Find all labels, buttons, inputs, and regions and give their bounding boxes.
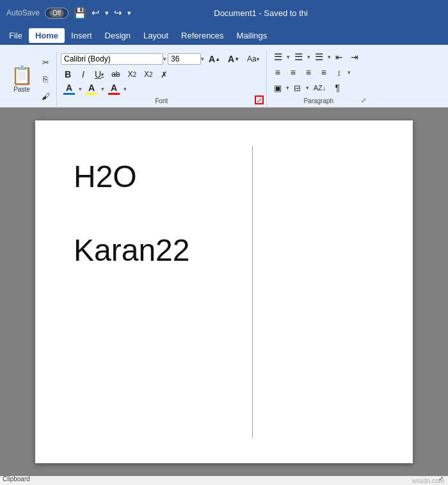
title-bar: AutoSave Off 💾 ↩ ▾ ↪ ▾ Document1 - Saved… (0, 0, 448, 26)
menu-home[interactable]: Home (29, 28, 65, 43)
paragraph-group-label: Paragraph (271, 96, 367, 104)
increase-indent-button[interactable]: ⇥ (348, 50, 362, 64)
paragraph-row1: ☰ ▾ ☰ ▾ ☰ ▾ ⇤ ⇥ (271, 50, 362, 64)
customize-icon[interactable]: ▾ (127, 9, 131, 17)
document-text-1[interactable]: H2O (74, 159, 374, 194)
sort-button[interactable]: AZ↓ (310, 81, 330, 95)
paragraph-row2: ≡ ≡ ≡ ≡ ↕ ▾ (271, 65, 351, 79)
autosave-label: AutoSave (6, 8, 40, 17)
paragraph-group: ☰ ▾ ☰ ▾ ☰ ▾ ⇤ ⇥ ≡ ≡ ≡ ≡ ↕ ▾ ▣ ▾ ⊟ ▾ AZ↓ … (268, 49, 371, 107)
autosave-toggle[interactable]: Off (45, 8, 68, 19)
font-format-row: B I U▾ ab X2 X2 ✗ (61, 67, 172, 81)
borders-button[interactable]: ⊟ (291, 81, 305, 95)
shrink-font-button[interactable]: A▼ (225, 52, 243, 66)
document-title: Document1 - Saved to thi (214, 8, 308, 18)
menu-references[interactable]: References (175, 28, 230, 43)
numbering-arrow[interactable]: ▾ (307, 54, 310, 60)
shading-arrow[interactable]: ▾ (286, 85, 289, 91)
strikethrough-button[interactable]: ab (108, 67, 123, 81)
cursor-line (252, 146, 253, 438)
underline-button[interactable]: U▾ (92, 67, 107, 81)
multilevel-button[interactable]: ☰ (312, 50, 326, 64)
line-spacing-button[interactable]: ↕ (332, 65, 346, 79)
clipboard-group: 📋 Paste ✂ ⎘ 🖌 Clipboard ⤢ (4, 52, 57, 107)
subscript-button[interactable]: X2 (124, 67, 140, 81)
menu-file[interactable]: File (3, 28, 29, 43)
font-name-selector[interactable]: Calibri (Body) (61, 53, 163, 65)
justify-button[interactable]: ≡ (317, 65, 331, 79)
menu-mailings[interactable]: Mailings (230, 28, 274, 43)
undo-icon[interactable]: ↩ (92, 7, 100, 19)
clipboard-group-label: Clipboard (3, 475, 30, 482)
line-spacing-arrow[interactable]: ▾ (348, 69, 351, 76)
undo-arrow-icon[interactable]: ▾ (105, 9, 109, 17)
format-painter-button[interactable]: 🖌 (38, 90, 52, 103)
paste-button[interactable]: 📋 Paste (8, 54, 36, 104)
font-color-a: A (66, 83, 72, 93)
align-left-button[interactable]: ≡ (271, 65, 285, 79)
ribbon: 📋 Paste ✂ ⎘ 🖌 Clipboard ⤢ Calibri (Body)… (0, 45, 448, 108)
italic-button[interactable]: I (76, 67, 90, 81)
paste-label: Paste (13, 86, 30, 93)
paste-icon: 📋 (11, 67, 33, 85)
clipboard-secondary: ✂ ⎘ 🖌 (38, 54, 52, 104)
superscript-button[interactable]: X2 (141, 67, 156, 81)
highlight-bar (86, 93, 97, 95)
font-group: Calibri (Body) ▾ 36 ▾ A▲ A▼ Aa▾ B I U▾ a… (58, 51, 267, 107)
text-color-bar (108, 93, 120, 95)
multilevel-arrow[interactable]: ▾ (328, 54, 331, 60)
shading-button[interactable]: ▣ (271, 81, 285, 95)
clear-format-button[interactable]: ✗ (157, 67, 172, 81)
font-expand-button[interactable]: ⤢ (255, 95, 264, 104)
title-bar-left: AutoSave Off 💾 ↩ ▾ ↪ ▾ (6, 7, 131, 19)
cut-button[interactable]: ✂ (38, 56, 52, 69)
text-color-button[interactable]: A (106, 83, 122, 95)
redo-icon[interactable]: ↪ (114, 7, 122, 19)
clipboard-expand-button[interactable]: ⤢ (436, 473, 445, 482)
numbering-button[interactable]: ☰ (291, 50, 306, 64)
text-color-a: A (111, 83, 117, 93)
document-text-2[interactable]: Karan22 (74, 233, 374, 268)
show-hide-button[interactable]: ¶ (330, 81, 344, 95)
paragraph-row3: ▣ ▾ ⊟ ▾ AZ↓ ¶ (271, 81, 345, 95)
watermark: wsxdn.com (0, 476, 448, 485)
font-name-dropdown-arrow[interactable]: ▾ (163, 56, 166, 62)
paragraph-expand-button[interactable]: ⤢ (359, 95, 368, 104)
change-case-button[interactable]: Aa▾ (244, 52, 262, 66)
font-size-dropdown-arrow[interactable]: ▾ (201, 56, 204, 62)
font-color-row: A ▾ A ▾ A ▾ (61, 83, 127, 95)
text-color-dropdown-arrow[interactable]: ▾ (124, 86, 127, 92)
menu-layout[interactable]: Layout (137, 28, 175, 43)
align-center-button[interactable]: ≡ (286, 65, 300, 79)
font-color-dropdown-arrow[interactable]: ▾ (79, 86, 82, 92)
borders-arrow[interactable]: ▾ (306, 85, 309, 91)
font-color-bar (63, 93, 75, 95)
bullets-arrow[interactable]: ▾ (287, 54, 290, 60)
save-icon[interactable]: 💾 (74, 7, 86, 19)
align-right-button[interactable]: ≡ (301, 65, 316, 79)
menu-design[interactable]: Design (99, 28, 137, 43)
highlight-button[interactable]: A (83, 83, 100, 95)
menu-bar: File Home Insert Design Layout Reference… (0, 26, 448, 45)
document-area: H2O Karan22 (0, 108, 448, 476)
font-group-label: Font (61, 96, 262, 104)
highlight-a: A (88, 83, 95, 93)
bold-button[interactable]: B (61, 67, 75, 81)
highlight-dropdown-arrow[interactable]: ▾ (101, 86, 104, 92)
document-page: H2O Karan22 (35, 120, 413, 463)
font-selector-row: Calibri (Body) ▾ 36 ▾ A▲ A▼ Aa▾ (61, 52, 262, 66)
menu-insert[interactable]: Insert (65, 28, 99, 43)
copy-button[interactable]: ⎘ (38, 73, 52, 86)
toggle-off-badge: Off (49, 9, 64, 17)
grow-font-button[interactable]: A▲ (205, 52, 223, 66)
font-color-button[interactable]: A (61, 83, 77, 95)
font-size-selector[interactable]: 36 (168, 53, 201, 65)
bullets-button[interactable]: ☰ (271, 50, 285, 64)
decrease-indent-button[interactable]: ⇤ (332, 50, 346, 64)
